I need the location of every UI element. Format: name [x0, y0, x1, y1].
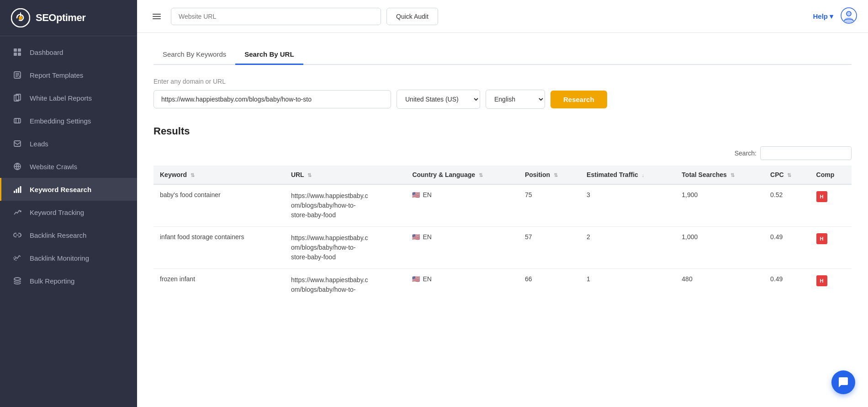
svg-rect-13	[14, 118, 21, 123]
sidebar-label-website-crawls: Website Crawls	[30, 163, 77, 171]
sidebar-label-leads: Leads	[30, 140, 48, 148]
cell-country-language: 🇺🇸 EN	[406, 269, 519, 301]
cell-url: https://www.happiestbaby.com/blogs/baby/…	[285, 269, 406, 301]
sidebar-navigation: Dashboard Report Templates	[0, 36, 137, 407]
sidebar-item-backlink-monitoring[interactable]: Backlink Monitoring	[0, 246, 137, 269]
cell-url: https://www.happiestbaby.com/blogs/baby/…	[285, 227, 406, 269]
country-select[interactable]: United States (US) United Kingdom (UK) C…	[397, 90, 480, 109]
cell-estimated-traffic: 3	[580, 184, 675, 227]
flag-icon-row1: 🇺🇸	[412, 233, 420, 241]
svg-rect-6	[18, 53, 21, 56]
table-body: baby's food container https://www.happie…	[153, 184, 852, 301]
cell-estimated-traffic: 2	[580, 227, 675, 269]
sidebar-item-leads[interactable]: Leads	[0, 132, 137, 155]
svg-rect-22	[20, 186, 21, 193]
chevron-down-icon: ▾	[830, 12, 833, 21]
flag-icon-row2: 🇺🇸	[412, 275, 420, 283]
table-row: infant food storage containers https://w…	[153, 227, 852, 269]
sidebar-label-white-label-reports: White Label Reports	[30, 94, 92, 102]
col-header-country-language[interactable]: Country & Language ⇅	[406, 166, 519, 184]
sidebar-logo: SEOptimer	[0, 0, 137, 36]
table-search-row: Search:	[153, 146, 852, 160]
sidebar-item-website-crawls[interactable]: Website Crawls	[0, 155, 137, 178]
chat-bubble-button[interactable]	[831, 370, 855, 394]
sort-icon-traffic: ↓	[642, 172, 645, 178]
cell-position: 75	[519, 184, 580, 227]
menu-toggle-button[interactable]	[148, 8, 165, 25]
help-button[interactable]: Help ▾	[813, 12, 833, 21]
table-search-label: Search:	[735, 150, 757, 157]
svg-rect-20	[16, 189, 17, 193]
backlink-monitoring-icon	[12, 253, 22, 263]
cell-estimated-traffic: 1	[580, 269, 675, 301]
col-header-estimated-traffic[interactable]: Estimated Traffic ↓	[580, 166, 675, 184]
sort-icon-cpc: ⇅	[787, 172, 791, 178]
sort-icon-country: ⇅	[479, 172, 483, 178]
dashboard-icon	[12, 47, 22, 57]
sidebar-label-dashboard: Dashboard	[30, 48, 63, 56]
main-area: Quick Audit Help ▾ Search By Keywords Se…	[137, 0, 868, 407]
cell-keyword: frozen infant	[153, 269, 285, 301]
cell-cpc: 0.52	[764, 184, 810, 227]
sort-icon-searches: ⇅	[730, 172, 735, 178]
domain-url-input[interactable]	[153, 90, 391, 108]
sidebar-item-bulk-reporting[interactable]: Bulk Reporting	[0, 269, 137, 292]
cell-position: 57	[519, 227, 580, 269]
page-content: Search By Keywords Search By URL Enter a…	[137, 33, 868, 407]
user-avatar-button[interactable]	[841, 7, 857, 25]
svg-point-30	[846, 11, 852, 16]
sidebar-item-embedding-settings[interactable]: Embedding Settings	[0, 109, 137, 132]
chat-icon	[837, 376, 849, 388]
col-header-position[interactable]: Position ⇅	[519, 166, 580, 184]
cell-competition: H	[810, 184, 852, 227]
col-header-competition[interactable]: Comp	[810, 166, 852, 184]
tab-search-by-keywords[interactable]: Search By Keywords	[153, 46, 235, 65]
cell-country-language: 🇺🇸 EN	[406, 227, 519, 269]
sidebar-label-backlink-research: Backlink Research	[30, 231, 86, 239]
research-button[interactable]: Research	[550, 91, 607, 108]
language-select[interactable]: English Spanish French German	[486, 90, 545, 109]
sort-icon-position: ⇅	[554, 172, 558, 178]
results-title: Results	[153, 125, 852, 137]
topbar-url-input[interactable]	[171, 8, 381, 25]
report-templates-icon	[12, 70, 22, 80]
cell-url: https://www.happiestbaby.com/blogs/baby/…	[285, 184, 406, 227]
table-row: frozen infant https://www.happiestbaby.c…	[153, 269, 852, 301]
col-header-total-searches[interactable]: Total Searches ⇅	[675, 166, 764, 184]
white-label-reports-icon	[12, 93, 22, 103]
user-avatar-icon	[841, 7, 857, 24]
sidebar-item-dashboard[interactable]: Dashboard	[0, 41, 137, 64]
competition-badge-row1: H	[816, 233, 827, 244]
website-crawls-icon	[12, 161, 22, 171]
logo-text: SEOptimer	[36, 12, 85, 24]
keyword-research-icon	[12, 184, 22, 194]
svg-rect-4	[18, 48, 21, 52]
sidebar-item-backlink-research[interactable]: Backlink Research	[0, 224, 137, 246]
svg-rect-21	[18, 187, 19, 193]
sidebar-item-white-label-reports[interactable]: White Label Reports	[0, 86, 137, 109]
col-header-keyword[interactable]: Keyword ⇅	[153, 166, 285, 184]
svg-point-31	[844, 17, 853, 23]
sidebar-item-report-templates[interactable]: Report Templates	[0, 64, 137, 86]
sidebar-item-keyword-research[interactable]: Keyword Research	[0, 178, 137, 201]
svg-rect-5	[14, 53, 17, 56]
col-header-url[interactable]: URL ⇅	[285, 166, 406, 184]
sidebar-label-embedding-settings: Embedding Settings	[30, 117, 91, 125]
table-search-input[interactable]	[760, 146, 852, 160]
keyword-tracking-icon	[12, 207, 22, 217]
cell-total-searches: 1,000	[675, 227, 764, 269]
table-row: baby's food container https://www.happie…	[153, 184, 852, 227]
sidebar-label-keyword-research: Keyword Research	[30, 186, 91, 193]
tab-search-by-url[interactable]: Search By URL	[235, 46, 303, 65]
svg-point-23	[20, 210, 21, 212]
search-tabs: Search By Keywords Search By URL	[153, 46, 852, 65]
flag-icon-row0: 🇺🇸	[412, 191, 420, 198]
sidebar-item-keyword-tracking[interactable]: Keyword Tracking	[0, 201, 137, 224]
col-header-cpc[interactable]: CPC ⇅	[764, 166, 810, 184]
cell-competition: H	[810, 269, 852, 301]
svg-rect-3	[14, 48, 17, 52]
competition-badge-row2: H	[816, 275, 827, 286]
quick-audit-button[interactable]: Quick Audit	[386, 8, 438, 25]
cell-position: 66	[519, 269, 580, 301]
lang-label-row2: EN	[423, 275, 431, 283]
